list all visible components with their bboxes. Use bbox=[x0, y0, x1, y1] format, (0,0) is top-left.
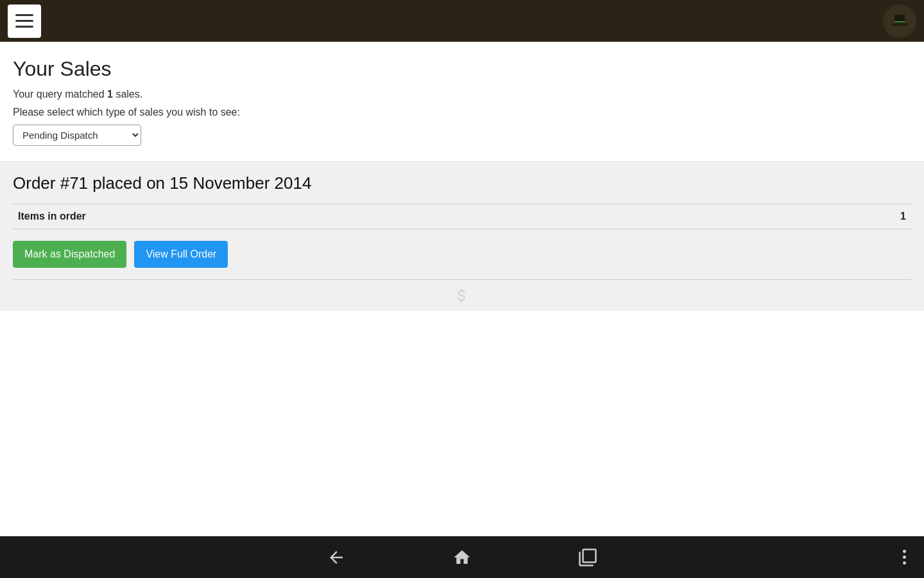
hamburger-line-1 bbox=[15, 14, 33, 16]
sales-type-filter[interactable]: Pending Dispatch Dispatched All bbox=[13, 125, 141, 146]
page-title: Your Sales bbox=[13, 57, 911, 81]
items-count-header: 1 bbox=[758, 204, 911, 229]
filter-label: Please select which type of sales you wi… bbox=[13, 107, 911, 118]
query-text-suffix: sales. bbox=[113, 89, 142, 100]
order-items-table: Items in order 1 bbox=[13, 204, 911, 229]
currency-icon bbox=[453, 286, 471, 304]
back-icon bbox=[327, 548, 346, 567]
order-actions: Mark as Dispatched View Full Order bbox=[13, 229, 911, 279]
home-icon bbox=[452, 548, 472, 567]
query-count: 1 bbox=[107, 89, 113, 100]
divider-with-icon bbox=[13, 279, 911, 311]
dot-2 bbox=[903, 556, 906, 559]
main-content: Your Sales Your query matched 1 sales. P… bbox=[0, 42, 924, 536]
dot-1 bbox=[903, 550, 906, 553]
order-title: Order #71 placed on 15 November 2014 bbox=[13, 173, 911, 193]
hamburger-line-3 bbox=[15, 26, 33, 28]
home-button[interactable] bbox=[447, 543, 477, 572]
hamburger-line-2 bbox=[15, 20, 33, 22]
table-header-row: Items in order 1 bbox=[13, 204, 911, 229]
svg-rect-3 bbox=[892, 23, 907, 24]
dot-3 bbox=[903, 561, 906, 565]
svg-rect-4 bbox=[894, 21, 905, 22]
mark-as-dispatched-button[interactable]: Mark as Dispatched bbox=[13, 241, 126, 268]
query-text-prefix: Your query matched bbox=[13, 89, 107, 100]
avatar-icon bbox=[886, 7, 914, 35]
back-button[interactable] bbox=[321, 543, 351, 572]
query-result-text: Your query matched 1 sales. bbox=[13, 89, 911, 100]
bottom-nav-buttons bbox=[0, 543, 924, 572]
items-in-order-header: Items in order bbox=[13, 204, 758, 229]
top-navigation-bar bbox=[0, 0, 924, 42]
user-avatar[interactable] bbox=[883, 4, 916, 38]
order-section: Order #71 placed on 15 November 2014 Ite… bbox=[0, 161, 924, 311]
bottom-navigation-bar bbox=[0, 536, 924, 578]
recent-apps-button[interactable] bbox=[573, 543, 603, 572]
more-options-button[interactable] bbox=[898, 545, 911, 570]
recent-apps-icon bbox=[578, 548, 597, 567]
view-full-order-button[interactable]: View Full Order bbox=[134, 241, 228, 268]
hamburger-menu-button[interactable] bbox=[8, 4, 41, 38]
